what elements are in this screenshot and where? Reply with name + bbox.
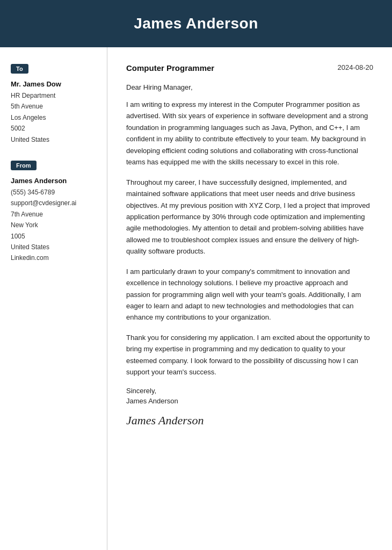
header: James Anderson xyxy=(0,0,392,47)
sender-street: 7th Avenue xyxy=(11,209,96,220)
job-title: Computer Programmer xyxy=(126,63,214,73)
from-section: From James Anderson (555) 345-6789 suppo… xyxy=(11,160,96,264)
recipient-city: Los Angeles xyxy=(11,112,96,123)
recipient-street: 5th Avenue xyxy=(11,101,96,112)
paragraph-3: I am particularly drawn to your company'… xyxy=(126,266,373,323)
from-badge: From xyxy=(11,161,37,170)
letter-header: Computer Programmer 2024-08-20 xyxy=(126,63,373,73)
letter-date: 2024-08-20 xyxy=(338,63,374,71)
closing-name: James Anderson xyxy=(126,397,373,405)
recipient-zip: 5002 xyxy=(11,123,96,134)
sender-zip: 1005 xyxy=(11,231,96,242)
sender-email: support@cvdesigner.ai xyxy=(11,198,96,208)
greeting: Dear Hiring Manager, xyxy=(126,83,373,91)
sender-city: New York xyxy=(11,220,96,230)
to-section: To Mr. James Dow HR Department 5th Avenu… xyxy=(11,63,96,145)
paragraph-2: Throughout my career, I have successfull… xyxy=(126,177,373,257)
sender-website: Linkedin.com xyxy=(11,252,96,263)
sender-country: United States xyxy=(11,242,96,252)
recipient-department: HR Department xyxy=(11,90,96,101)
header-name: James Anderson xyxy=(21,15,371,32)
closing: Sincerely, xyxy=(126,387,373,395)
content: To Mr. James Dow HR Department 5th Avenu… xyxy=(0,47,392,550)
sender-name: James Anderson xyxy=(11,177,96,185)
recipient-country: United States xyxy=(11,134,96,145)
recipient-name: Mr. James Dow xyxy=(11,80,96,88)
main-content: Computer Programmer 2024-08-20 Dear Hiri… xyxy=(107,47,392,550)
sender-phone: (555) 345-6789 xyxy=(11,187,96,198)
paragraph-4: Thank you for considering my application… xyxy=(126,332,373,378)
to-badge: To xyxy=(11,64,28,74)
signature: James Anderson xyxy=(126,414,373,428)
page: James Anderson To Mr. James Dow HR Depar… xyxy=(0,0,392,550)
sidebar: To Mr. James Dow HR Department 5th Avenu… xyxy=(0,47,107,550)
paragraph-1: I am writing to express my interest in t… xyxy=(126,99,373,168)
